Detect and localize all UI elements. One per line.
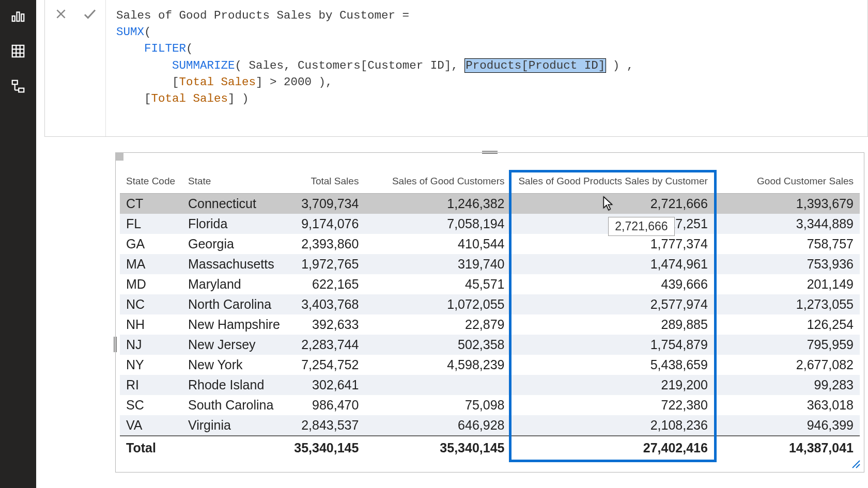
- cell-state: Virginia: [182, 415, 287, 436]
- view-rail: [0, 0, 36, 488]
- cell-good-customers: 1,072,055: [365, 294, 510, 314]
- formula-bar[interactable]: Sales of Good Products Sales by Customer…: [44, 0, 868, 137]
- svg-rect-9: [19, 88, 24, 92]
- table-row[interactable]: FLFlorida9,174,0767,058,1946,917,2513,34…: [120, 214, 860, 234]
- col-header-state[interactable]: State: [182, 171, 287, 194]
- table-row[interactable]: VAVirginia2,843,537646,9282,108,236946,3…: [120, 415, 860, 436]
- table-row[interactable]: NHNew Hampshire392,63322,879289,885126,2…: [120, 314, 860, 335]
- cell-good-customers: 45,571: [365, 274, 510, 294]
- cell-total-sales: 2,843,537: [287, 415, 365, 436]
- cell-total-sales: 9,174,076: [287, 214, 365, 234]
- cell-total-sales: 3,709,734: [287, 194, 365, 214]
- cell-good-products: 439,666: [510, 274, 714, 294]
- cell-good-customers: 502,358: [365, 335, 510, 355]
- col-header-good-customers[interactable]: Sales of Good Customers: [365, 171, 510, 194]
- cell-total-sales: 622,165: [287, 274, 365, 294]
- cell-good-products: 1,754,879: [510, 335, 714, 355]
- table-row[interactable]: MDMaryland622,16545,571439,666201,149: [120, 274, 860, 294]
- table-row[interactable]: SCSouth Carolina986,47075,098722,380363,…: [120, 395, 860, 415]
- cell-tooltip: 2,721,666: [608, 217, 674, 236]
- table-header-row: State Code State Total Sales Sales of Go…: [120, 171, 860, 194]
- cell-total-sales: 392,633: [287, 314, 365, 335]
- cell-good-customer-sales: 3,344,889: [714, 214, 860, 234]
- cell-good-products: 722,380: [510, 395, 714, 415]
- cell-good-customer-sales: 2,677,082: [714, 355, 860, 375]
- table-row[interactable]: NCNorth Carolina3,403,7681,072,0552,577,…: [120, 294, 860, 314]
- col-header-total-sales[interactable]: Total Sales: [287, 171, 365, 194]
- cell-good-customer-sales: 758,757: [714, 234, 860, 254]
- mouse-cursor-icon: [602, 196, 614, 211]
- cell-good-customers: 410,544: [365, 234, 510, 254]
- formula-cancel-button[interactable]: [52, 5, 70, 23]
- cell-good-customers: 319,740: [365, 254, 510, 274]
- visual-select-corner[interactable]: [115, 152, 123, 161]
- cell-good-customer-sales: 795,959: [714, 335, 860, 355]
- cell-state: New Hampshire: [182, 314, 287, 335]
- table-row[interactable]: NYNew York7,254,7524,598,2395,438,6592,6…: [120, 355, 860, 375]
- cell-state-code: MD: [120, 274, 182, 294]
- cell-state: Rhode Island: [182, 375, 287, 395]
- cell-good-customers: 1,246,382: [365, 194, 510, 214]
- cell-good-products: 5,438,659: [510, 355, 714, 375]
- table-row[interactable]: NJNew Jersey2,283,744502,3581,754,879795…: [120, 335, 860, 355]
- table-total-row: Total35,340,14535,340,14527,402,41614,38…: [120, 436, 860, 460]
- cell-state-code: VA: [120, 415, 182, 436]
- cell-total-sales: 1,972,765: [287, 254, 365, 274]
- cell-good-customers: 22,879: [365, 314, 510, 335]
- cell-good-customer-sales: 201,149: [714, 274, 860, 294]
- cell-state: Connecticut: [182, 194, 287, 214]
- total-total-sales: 35,340,145: [287, 436, 365, 460]
- table-row[interactable]: CTConnecticut3,709,7341,246,3822,721,666…: [120, 194, 860, 214]
- table-row[interactable]: RIRhode Island302,641219,20099,283: [120, 375, 860, 395]
- cell-good-products: 219,200: [510, 375, 714, 395]
- cell-good-customer-sales: 99,283: [714, 375, 860, 395]
- cell-state-code: GA: [120, 234, 182, 254]
- data-table: State Code State Total Sales Sales of Go…: [120, 171, 860, 460]
- svg-rect-2: [21, 14, 24, 21]
- visual-drag-handle-left[interactable]: [114, 337, 118, 352]
- cell-good-customers: 646,928: [365, 415, 510, 436]
- cell-good-products: 1,474,961: [510, 254, 714, 274]
- cell-state-code: FL: [120, 214, 182, 234]
- cell-good-customers: 75,098: [365, 395, 510, 415]
- table-row[interactable]: GAGeorgia2,393,860410,5441,777,374758,75…: [120, 234, 860, 254]
- cell-good-products: 1,777,374: [510, 234, 714, 254]
- cell-good-products: 289,885: [510, 314, 714, 335]
- cell-good-customers: [365, 375, 510, 395]
- svg-rect-0: [12, 16, 15, 21]
- cell-state: Massachusetts: [182, 254, 287, 274]
- cell-state-code: RI: [120, 375, 182, 395]
- cell-state-code: NJ: [120, 335, 182, 355]
- cell-state-code: SC: [120, 395, 182, 415]
- report-canvas: Iter Sales of Good Products Sales by Cus…: [36, 0, 868, 488]
- report-view-button[interactable]: [8, 6, 28, 26]
- cell-total-sales: 7,254,752: [287, 355, 365, 375]
- cell-state: Maryland: [182, 274, 287, 294]
- table-row[interactable]: MAMassachusetts1,972,765319,7401,474,961…: [120, 254, 860, 274]
- cell-state-code: MA: [120, 254, 182, 274]
- data-view-button[interactable]: [8, 41, 28, 61]
- total-label: Total: [120, 436, 287, 460]
- svg-rect-8: [12, 81, 18, 85]
- col-header-state-code[interactable]: State Code: [120, 171, 182, 194]
- table-visual[interactable]: State Code State Total Sales Sales of Go…: [115, 152, 864, 473]
- formula-actions: [45, 0, 106, 136]
- col-header-good-customer-sales[interactable]: Good Customer Sales: [714, 171, 860, 194]
- visual-resize-handle[interactable]: [851, 460, 861, 469]
- cell-state: New Jersey: [182, 335, 287, 355]
- cell-state: South Carolina: [182, 395, 287, 415]
- cell-good-customer-sales: 126,254: [714, 314, 860, 335]
- cell-good-products: 2,577,974: [510, 294, 714, 314]
- cell-good-customers: 7,058,194: [365, 214, 510, 234]
- model-view-button[interactable]: [8, 76, 28, 96]
- formula-editor[interactable]: Sales of Good Products Sales by Customer…: [106, 0, 867, 136]
- svg-line-15: [856, 464, 860, 468]
- visual-drag-handle[interactable]: [482, 151, 498, 155]
- col-header-good-products[interactable]: Sales of Good Products Sales by Customer: [510, 171, 714, 194]
- formula-commit-button[interactable]: [81, 5, 99, 23]
- cell-state-code: NC: [120, 294, 182, 314]
- cell-state-code: NY: [120, 355, 182, 375]
- cell-total-sales: 2,393,860: [287, 234, 365, 254]
- cell-total-sales: 3,403,768: [287, 294, 365, 314]
- cell-total-sales: 2,283,744: [287, 335, 365, 355]
